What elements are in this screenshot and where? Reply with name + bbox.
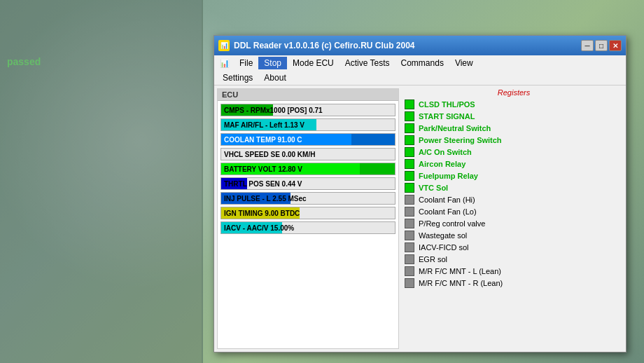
menu-mode-ecu[interactable]: Mode ECU: [287, 57, 340, 69]
reg-label-mrf-right: M/R F/C MNT - R (Lean): [419, 279, 503, 287]
menu-active-tests[interactable]: Active Tests: [340, 57, 396, 69]
reg-label-egr: EGR sol: [419, 255, 447, 263]
reg-indicator-egr: [405, 254, 414, 264]
ecu-label-cmps: CMPS - RPMx1000 [POS] 0.71: [221, 107, 323, 114]
menu-row-1: 📊 File Stop Mode ECU Active Tests Comman…: [214, 55, 626, 71]
ecu-label-thrtl: THRTL POS SEN 0.44 V: [221, 180, 302, 188]
reg-row-start: START SIGNAL: [405, 111, 623, 121]
reg-label-mrf-left: M/R F/C MNT - L (Lean): [419, 267, 501, 275]
ecu-label-coolan: COOLAN TEMP 91.00 C: [221, 136, 302, 144]
ecu-row-inj: INJ PULSE - L 2.55 MSec: [220, 192, 396, 205]
window-title: DDL Reader v1.0.0.16 (c) Cefiro.RU Club …: [234, 41, 415, 50]
menu-file[interactable]: File: [234, 57, 258, 69]
registers-header: Registers: [405, 88, 623, 97]
menu-stop[interactable]: Stop: [258, 57, 287, 69]
reg-row-ac: A/C On Switch: [405, 147, 623, 157]
reg-indicator-vtc: [405, 183, 414, 193]
reg-indicator-power-steering: [405, 135, 414, 145]
reg-row-fuelpump: Fuelpump Relay: [405, 171, 623, 181]
reg-indicator-start: [405, 111, 414, 121]
reg-row-vtc: VTC Sol: [405, 183, 623, 193]
reg-row-wastegate: Wastegate sol: [405, 231, 623, 240]
reg-label-wastegate: Wastegate sol: [419, 231, 467, 240]
reg-row-aircon: Aircon Relay: [405, 159, 623, 169]
reg-indicator-wastegate: [405, 231, 414, 240]
ecu-row-coolan: COOLAN TEMP 91.00 C: [220, 133, 396, 146]
ecu-label-inj: INJ PULSE - L 2.55 MSec: [221, 195, 307, 203]
menu-row-2: Settings About: [214, 71, 626, 85]
reg-label-preg: P/Reg control valve: [419, 219, 485, 228]
reg-row-power-steering: Power Steering Switch: [405, 135, 623, 145]
reg-label-iacv-ficd: IACV-FICD sol: [419, 243, 469, 252]
menu-commands[interactable]: Commands: [396, 57, 449, 69]
reg-label-clsd: CLSD THL/POS: [419, 100, 475, 109]
menu-about[interactable]: About: [258, 71, 291, 84]
toolbar-chart-icon[interactable]: 📊: [217, 56, 232, 70]
close-button[interactable]: ✕: [609, 40, 622, 51]
ecu-row-thrtl: THRTL POS SEN 0.44 V: [220, 177, 396, 190]
reg-indicator-coolant-hi: [405, 195, 414, 205]
menu-view[interactable]: View: [449, 57, 479, 69]
window-icon: 📊: [218, 40, 230, 51]
ecu-label-maf: MAF AIR/FL - Left 1.13 V: [221, 121, 304, 129]
registers-panel: Registers CLSD THL/POS START SIGNAL Park…: [405, 88, 623, 349]
reg-label-start: START SIGNAL: [419, 112, 475, 121]
reg-label-ac: A/C On Switch: [419, 148, 472, 156]
ecu-header: ECU: [218, 89, 398, 101]
reg-label-coolant-hi: Coolant Fan (Hi): [419, 196, 475, 204]
reg-label-power-steering: Power Steering Switch: [419, 136, 502, 144]
ecu-row-iacv: IACV - AAC/V 15.00%: [220, 221, 396, 234]
reg-row-iacv-ficd: IACV-FICD sol: [405, 242, 623, 252]
main-window: 📊 DDL Reader v1.0.0.16 (c) Cefiro.RU Clu…: [214, 35, 626, 352]
title-bar-left: 📊 DDL Reader v1.0.0.16 (c) Cefiro.RU Clu…: [218, 40, 415, 51]
ecu-row-ign: IGN TIMING 9.00 BTDC: [220, 207, 396, 219]
content-area: ECU CMPS - RPMx1000 [POS] 0.71 MAF AIR/F…: [214, 85, 626, 352]
reg-row-coolant-hi: Coolant Fan (Hi): [405, 195, 623, 205]
maximize-button[interactable]: □: [595, 40, 608, 51]
reg-indicator-aircon: [405, 159, 414, 169]
ecu-row-cmps: CMPS - RPMx1000 [POS] 0.71: [220, 104, 396, 116]
ecu-row-battery: BATTERY VOLT 12.80 V: [220, 163, 396, 175]
reg-row-mrf-left: M/R F/C MNT - L (Lean): [405, 266, 623, 276]
menu-settings[interactable]: Settings: [217, 71, 258, 84]
reg-indicator-mrf-left: [405, 266, 414, 276]
reg-row-coolant-lo: Coolant Fan (Lo): [405, 207, 623, 217]
ecu-label-battery: BATTERY VOLT 12.80 V: [221, 165, 302, 173]
left-panel: passed: [0, 0, 203, 363]
reg-label-fuelpump: Fuelpump Relay: [419, 172, 478, 180]
minimize-button[interactable]: ─: [581, 40, 594, 51]
reg-label-aircon: Aircon Relay: [419, 160, 465, 168]
reg-row-park: Park/Neutral Switch: [405, 123, 623, 133]
reg-indicator-mrf-right: [405, 278, 414, 288]
ecu-rows: CMPS - RPMx1000 [POS] 0.71 MAF AIR/FL - …: [218, 101, 398, 237]
ecu-row-speed: VHCL SPEED SE 0.00 KM/H: [220, 148, 396, 160]
ecu-label-iacv: IACV - AAC/V 15.00%: [221, 224, 294, 232]
reg-indicator-coolant-lo: [405, 207, 414, 217]
reg-indicator-fuelpump: [405, 171, 414, 181]
left-panel-text: passed: [7, 56, 41, 67]
reg-row-mrf-right: M/R F/C MNT - R (Lean): [405, 278, 623, 288]
reg-label-park: Park/Neutral Switch: [419, 124, 491, 132]
ecu-panel: ECU CMPS - RPMx1000 [POS] 0.71 MAF AIR/F…: [217, 88, 399, 349]
ecu-row-maf: MAF AIR/FL - Left 1.13 V: [220, 118, 396, 131]
title-buttons: ─ □ ✕: [581, 40, 622, 51]
reg-indicator-preg: [405, 219, 414, 228]
menu-bar: 📊 File Stop Mode ECU Active Tests Comman…: [214, 55, 626, 85]
ecu-label-speed: VHCL SPEED SE 0.00 KM/H: [221, 151, 315, 158]
reg-indicator-clsd: [405, 100, 414, 109]
reg-indicator-ac: [405, 147, 414, 157]
title-bar: 📊 DDL Reader v1.0.0.16 (c) Cefiro.RU Clu…: [214, 36, 626, 55]
reg-label-coolant-lo: Coolant Fan (Lo): [419, 207, 477, 216]
reg-row-egr: EGR sol: [405, 254, 623, 264]
reg-row-preg: P/Reg control valve: [405, 219, 623, 228]
ecu-label-ign: IGN TIMING 9.00 BTDC: [221, 210, 300, 217]
reg-indicator-park: [405, 123, 414, 133]
reg-label-vtc: VTC Sol: [419, 184, 448, 192]
reg-indicator-iacv-ficd: [405, 242, 414, 252]
reg-row-clsd: CLSD THL/POS: [405, 100, 623, 109]
